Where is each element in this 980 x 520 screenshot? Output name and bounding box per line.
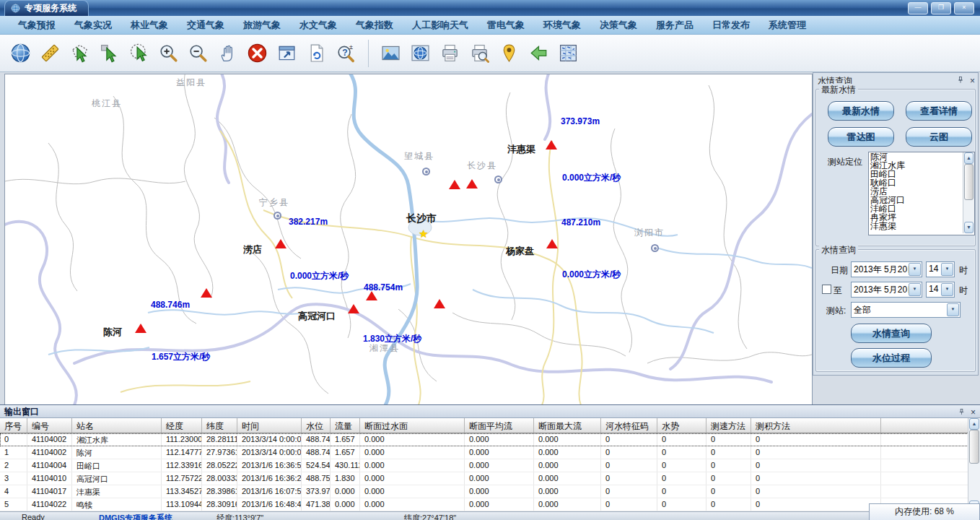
station-locator-list[interactable]: 陈河湘江水库田峪口耿峪口涝店高冠河口沣峪口冉家坪沣惠渠 ▲ ▼ xyxy=(868,152,975,235)
select-polygon-icon[interactable] xyxy=(68,41,92,65)
chevron-down-icon[interactable]: ▼ xyxy=(909,283,921,296)
date-from-combo[interactable]: 2013年 5月20日 ▼ xyxy=(851,261,922,277)
stop-icon[interactable] xyxy=(245,41,269,65)
overview-map-icon[interactable] xyxy=(556,41,580,65)
close-button[interactable]: × xyxy=(954,2,974,14)
scroll-up-icon[interactable]: ▲ xyxy=(964,152,974,164)
restore-button[interactable]: ❐ xyxy=(931,2,951,14)
station-triangle-marker[interactable] xyxy=(275,239,286,248)
chevron-down-icon[interactable]: ▼ xyxy=(941,263,953,276)
pin-icon[interactable] xyxy=(956,74,965,87)
menu-item-服务产品[interactable]: 服务产品 xyxy=(647,19,703,32)
column-header-断面最大流[interactable]: 断面最大流 xyxy=(534,418,601,433)
menu-item-人工影响天气[interactable]: 人工影响天气 xyxy=(403,19,478,32)
list-item-沣惠渠[interactable]: 沣惠渠 xyxy=(869,222,974,230)
print-icon[interactable] xyxy=(438,41,462,65)
column-header-河水特征码[interactable]: 河水特征码 xyxy=(601,418,657,433)
table-row[interactable]: 041104002湘江水库111.23000028.2811112013/3/1… xyxy=(0,433,968,446)
placemark-icon[interactable] xyxy=(497,41,521,65)
button-云图[interactable]: 云图 xyxy=(906,127,972,147)
table-row[interactable]: 441104017沣惠渠113.34527828.3986112013/1/6 … xyxy=(0,485,968,498)
menu-item-旅游气象[interactable]: 旅游气象 xyxy=(234,19,290,32)
water-query-button[interactable]: 水情查询 xyxy=(851,324,932,343)
back-icon[interactable] xyxy=(527,41,551,65)
menu-item-日常发布[interactable]: 日常发布 xyxy=(703,19,759,32)
menu-item-水文气象[interactable]: 水文气象 xyxy=(290,19,346,32)
station-triangle-marker[interactable] xyxy=(366,291,377,300)
menu-item-雷电气象[interactable]: 雷电气象 xyxy=(478,19,534,32)
column-header-纬度[interactable]: 纬度 xyxy=(202,418,237,433)
menu-item-气象实况[interactable]: 气象实况 xyxy=(65,19,121,32)
menu-item-系统管理[interactable]: 系统管理 xyxy=(759,19,815,32)
pin-icon[interactable] xyxy=(958,406,966,419)
column-header-测速方法[interactable]: 测速方法 xyxy=(706,418,751,433)
menu-item-决策气象[interactable]: 决策气象 xyxy=(590,19,647,32)
scroll-down-icon[interactable]: ▼ xyxy=(964,222,974,233)
station-triangle-marker[interactable] xyxy=(434,299,445,308)
column-header-序号[interactable]: 序号 xyxy=(0,418,27,433)
column-header-断面平均流[interactable]: 断面平均流 xyxy=(465,418,534,433)
station-combo[interactable]: 全部 ▼ xyxy=(851,302,961,318)
table-row[interactable]: 341104010高冠河口112.75722228.0033332013/1/6… xyxy=(0,472,968,485)
chevron-down-icon[interactable]: ▼ xyxy=(909,263,921,276)
globe-icon[interactable] xyxy=(9,41,32,65)
menu-item-气象指数[interactable]: 气象指数 xyxy=(346,19,403,32)
button-雷达图[interactable]: 雷达图 xyxy=(828,127,894,147)
table-cell: 0.000 xyxy=(534,446,601,459)
column-header-流量[interactable]: 流量 xyxy=(331,418,360,433)
column-header-测积方法[interactable]: 测积方法 xyxy=(751,418,881,433)
minimize-button[interactable]: — xyxy=(908,2,928,14)
station-triangle-marker[interactable] xyxy=(546,239,558,248)
close-panel-icon[interactable]: × xyxy=(970,77,975,85)
scroll-up-icon[interactable]: ▲ xyxy=(969,418,979,430)
column-header-断面过水面[interactable]: 断面过水面 xyxy=(360,418,465,433)
station-triangle-marker[interactable] xyxy=(546,140,557,150)
refresh-icon[interactable] xyxy=(305,41,328,65)
button-查看详情[interactable]: 查看详情 xyxy=(906,101,972,121)
station-triangle-marker[interactable] xyxy=(466,179,478,188)
export-window-icon[interactable] xyxy=(275,41,299,65)
pan-icon[interactable] xyxy=(216,41,240,65)
zoom-out-icon[interactable] xyxy=(186,41,210,65)
measure-icon[interactable] xyxy=(38,41,62,65)
table-row[interactable]: 141104002陈河112.14777827.9736112013/3/14 … xyxy=(0,446,968,459)
station-triangle-marker[interactable] xyxy=(201,288,212,298)
globe-view-icon[interactable] xyxy=(408,41,432,65)
column-header-站名[interactable]: 站名 xyxy=(72,418,162,433)
scrollbar-thumb[interactable] xyxy=(964,164,974,200)
zoom-in-icon[interactable] xyxy=(157,41,180,65)
table-row[interactable]: 241104004田峪口112.33916728.0522222013/1/6 … xyxy=(0,459,968,472)
menu-item-环境气象[interactable]: 环境气象 xyxy=(534,19,590,32)
column-header-时间[interactable]: 时间 xyxy=(237,418,302,433)
table-cell: 0.000 xyxy=(360,459,465,472)
water-stage-process-button[interactable]: 水位过程 xyxy=(851,348,932,368)
select-circle-icon[interactable] xyxy=(127,41,151,65)
menu-item-交通气象[interactable]: 交通气象 xyxy=(178,19,234,32)
table-row[interactable]: 541104022鸣犊113.10944428.3091672013/1/6 1… xyxy=(0,498,968,511)
date-to-combo[interactable]: 2013年 5月20日 ▼ xyxy=(851,282,922,298)
column-header-水位[interactable]: 水位 xyxy=(302,418,331,433)
station-triangle-marker[interactable] xyxy=(135,324,146,333)
print-preview-icon[interactable] xyxy=(468,41,491,65)
column-header-经度[interactable]: 经度 xyxy=(162,418,202,433)
menu-item-林业气象[interactable]: 林业气象 xyxy=(121,19,178,32)
to-checkbox[interactable] xyxy=(822,285,831,294)
button-最新水情[interactable]: 最新水情 xyxy=(828,101,894,121)
scrollbar-thumb[interactable] xyxy=(969,430,979,464)
station-triangle-marker[interactable] xyxy=(348,304,359,313)
identify-icon[interactable]: ±? xyxy=(334,41,358,65)
chevron-down-icon[interactable]: ▼ xyxy=(941,283,953,296)
list-scrollbar[interactable]: ▲ ▼ xyxy=(963,152,974,233)
map-viewport[interactable]: 益阳县桃江县望城县长沙县宁乡县浏阳市湘潭县沣惠渠涝店长沙市杨家盘高冠河口陈河37… xyxy=(4,74,813,406)
table-scrollbar[interactable]: ▲ ▼ xyxy=(968,418,980,512)
hour-to-combo[interactable]: 14 ▼ xyxy=(926,282,955,298)
column-header-水势[interactable]: 水势 xyxy=(657,418,706,433)
menu-item-气象预报[interactable]: 气象预报 xyxy=(9,19,65,32)
station-triangle-marker[interactable] xyxy=(449,180,460,189)
select-element-icon[interactable] xyxy=(97,41,121,65)
chevron-down-icon[interactable]: ▼ xyxy=(947,303,959,316)
hour-from-combo[interactable]: 14 ▼ xyxy=(926,261,955,277)
close-output-icon[interactable]: × xyxy=(971,408,976,417)
column-header-编号[interactable]: 编号 xyxy=(27,418,72,433)
image-export-icon[interactable] xyxy=(379,41,403,65)
